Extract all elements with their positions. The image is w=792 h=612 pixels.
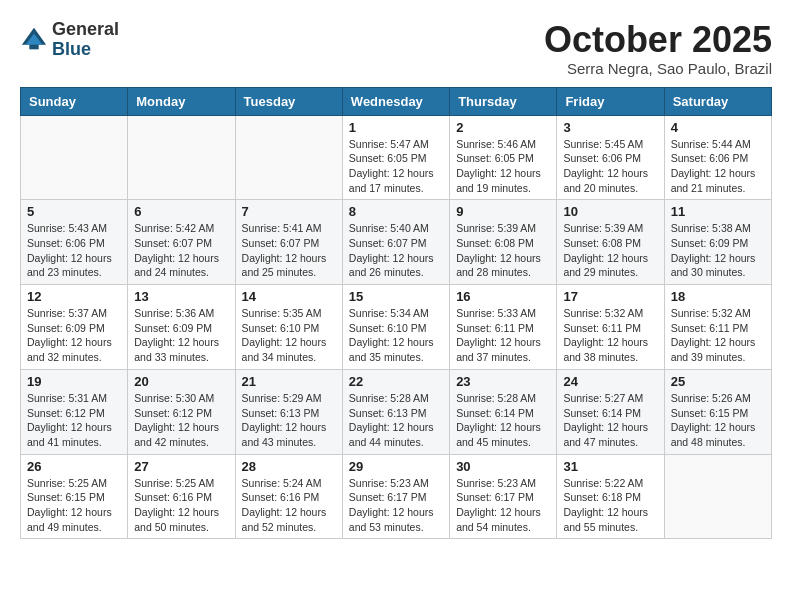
day-info: Sunrise: 5:40 AM Sunset: 6:07 PM Dayligh… [349,221,443,280]
day-number: 25 [671,374,765,389]
calendar-cell: 21Sunrise: 5:29 AM Sunset: 6:13 PM Dayli… [235,369,342,454]
day-number: 8 [349,204,443,219]
calendar-cell: 1Sunrise: 5:47 AM Sunset: 6:05 PM Daylig… [342,115,449,200]
day-info: Sunrise: 5:32 AM Sunset: 6:11 PM Dayligh… [671,306,765,365]
month-title: October 2025 [544,20,772,60]
day-number: 31 [563,459,657,474]
week-row-3: 12Sunrise: 5:37 AM Sunset: 6:09 PM Dayli… [21,285,772,370]
weekday-header-monday: Monday [128,87,235,115]
calendar-cell: 17Sunrise: 5:32 AM Sunset: 6:11 PM Dayli… [557,285,664,370]
calendar-table: SundayMondayTuesdayWednesdayThursdayFrid… [20,87,772,540]
calendar-cell: 11Sunrise: 5:38 AM Sunset: 6:09 PM Dayli… [664,200,771,285]
calendar-cell: 29Sunrise: 5:23 AM Sunset: 6:17 PM Dayli… [342,454,449,539]
calendar-cell: 12Sunrise: 5:37 AM Sunset: 6:09 PM Dayli… [21,285,128,370]
day-info: Sunrise: 5:46 AM Sunset: 6:05 PM Dayligh… [456,137,550,196]
calendar-cell: 20Sunrise: 5:30 AM Sunset: 6:12 PM Dayli… [128,369,235,454]
calendar-cell [235,115,342,200]
calendar-cell: 16Sunrise: 5:33 AM Sunset: 6:11 PM Dayli… [450,285,557,370]
logo-icon [20,26,48,54]
title-block: October 2025 Serra Negra, Sao Paulo, Bra… [544,20,772,77]
day-number: 9 [456,204,550,219]
day-number: 12 [27,289,121,304]
day-number: 13 [134,289,228,304]
day-info: Sunrise: 5:38 AM Sunset: 6:09 PM Dayligh… [671,221,765,280]
day-number: 23 [456,374,550,389]
calendar-cell: 15Sunrise: 5:34 AM Sunset: 6:10 PM Dayli… [342,285,449,370]
day-number: 10 [563,204,657,219]
day-info: Sunrise: 5:45 AM Sunset: 6:06 PM Dayligh… [563,137,657,196]
calendar-cell: 10Sunrise: 5:39 AM Sunset: 6:08 PM Dayli… [557,200,664,285]
day-number: 20 [134,374,228,389]
calendar-cell: 31Sunrise: 5:22 AM Sunset: 6:18 PM Dayli… [557,454,664,539]
day-info: Sunrise: 5:42 AM Sunset: 6:07 PM Dayligh… [134,221,228,280]
logo: General Blue [20,20,119,60]
day-info: Sunrise: 5:34 AM Sunset: 6:10 PM Dayligh… [349,306,443,365]
day-info: Sunrise: 5:33 AM Sunset: 6:11 PM Dayligh… [456,306,550,365]
calendar-cell: 9Sunrise: 5:39 AM Sunset: 6:08 PM Daylig… [450,200,557,285]
calendar-cell: 2Sunrise: 5:46 AM Sunset: 6:05 PM Daylig… [450,115,557,200]
day-number: 21 [242,374,336,389]
calendar-cell: 28Sunrise: 5:24 AM Sunset: 6:16 PM Dayli… [235,454,342,539]
day-info: Sunrise: 5:29 AM Sunset: 6:13 PM Dayligh… [242,391,336,450]
day-info: Sunrise: 5:28 AM Sunset: 6:13 PM Dayligh… [349,391,443,450]
svg-rect-2 [29,44,38,49]
day-info: Sunrise: 5:39 AM Sunset: 6:08 PM Dayligh… [456,221,550,280]
day-number: 27 [134,459,228,474]
weekday-header-friday: Friday [557,87,664,115]
logo-blue: Blue [52,39,91,59]
day-number: 22 [349,374,443,389]
calendar-cell [664,454,771,539]
weekday-header-tuesday: Tuesday [235,87,342,115]
day-number: 3 [563,120,657,135]
day-number: 18 [671,289,765,304]
day-info: Sunrise: 5:24 AM Sunset: 6:16 PM Dayligh… [242,476,336,535]
day-number: 7 [242,204,336,219]
day-info: Sunrise: 5:43 AM Sunset: 6:06 PM Dayligh… [27,221,121,280]
day-info: Sunrise: 5:22 AM Sunset: 6:18 PM Dayligh… [563,476,657,535]
day-info: Sunrise: 5:44 AM Sunset: 6:06 PM Dayligh… [671,137,765,196]
weekday-header-sunday: Sunday [21,87,128,115]
day-number: 24 [563,374,657,389]
day-info: Sunrise: 5:47 AM Sunset: 6:05 PM Dayligh… [349,137,443,196]
calendar-cell: 24Sunrise: 5:27 AM Sunset: 6:14 PM Dayli… [557,369,664,454]
day-info: Sunrise: 5:32 AM Sunset: 6:11 PM Dayligh… [563,306,657,365]
calendar-cell: 22Sunrise: 5:28 AM Sunset: 6:13 PM Dayli… [342,369,449,454]
calendar-cell: 25Sunrise: 5:26 AM Sunset: 6:15 PM Dayli… [664,369,771,454]
weekday-header-row: SundayMondayTuesdayWednesdayThursdayFrid… [21,87,772,115]
day-number: 26 [27,459,121,474]
logo-text: General Blue [52,20,119,60]
weekday-header-wednesday: Wednesday [342,87,449,115]
day-info: Sunrise: 5:30 AM Sunset: 6:12 PM Dayligh… [134,391,228,450]
day-info: Sunrise: 5:25 AM Sunset: 6:16 PM Dayligh… [134,476,228,535]
page-header: General Blue October 2025 Serra Negra, S… [20,20,772,77]
calendar-cell: 30Sunrise: 5:23 AM Sunset: 6:17 PM Dayli… [450,454,557,539]
day-number: 19 [27,374,121,389]
day-info: Sunrise: 5:23 AM Sunset: 6:17 PM Dayligh… [349,476,443,535]
day-number: 16 [456,289,550,304]
calendar-cell: 14Sunrise: 5:35 AM Sunset: 6:10 PM Dayli… [235,285,342,370]
day-info: Sunrise: 5:39 AM Sunset: 6:08 PM Dayligh… [563,221,657,280]
calendar-cell: 6Sunrise: 5:42 AM Sunset: 6:07 PM Daylig… [128,200,235,285]
day-number: 30 [456,459,550,474]
day-number: 1 [349,120,443,135]
week-row-5: 26Sunrise: 5:25 AM Sunset: 6:15 PM Dayli… [21,454,772,539]
day-number: 6 [134,204,228,219]
calendar-cell: 13Sunrise: 5:36 AM Sunset: 6:09 PM Dayli… [128,285,235,370]
calendar-cell: 8Sunrise: 5:40 AM Sunset: 6:07 PM Daylig… [342,200,449,285]
day-info: Sunrise: 5:23 AM Sunset: 6:17 PM Dayligh… [456,476,550,535]
day-number: 29 [349,459,443,474]
weekday-header-saturday: Saturday [664,87,771,115]
logo-general: General [52,19,119,39]
day-number: 4 [671,120,765,135]
day-info: Sunrise: 5:41 AM Sunset: 6:07 PM Dayligh… [242,221,336,280]
location-subtitle: Serra Negra, Sao Paulo, Brazil [544,60,772,77]
week-row-2: 5Sunrise: 5:43 AM Sunset: 6:06 PM Daylig… [21,200,772,285]
calendar-cell: 26Sunrise: 5:25 AM Sunset: 6:15 PM Dayli… [21,454,128,539]
day-info: Sunrise: 5:27 AM Sunset: 6:14 PM Dayligh… [563,391,657,450]
day-info: Sunrise: 5:28 AM Sunset: 6:14 PM Dayligh… [456,391,550,450]
day-number: 17 [563,289,657,304]
calendar-cell: 7Sunrise: 5:41 AM Sunset: 6:07 PM Daylig… [235,200,342,285]
weekday-header-thursday: Thursday [450,87,557,115]
day-info: Sunrise: 5:31 AM Sunset: 6:12 PM Dayligh… [27,391,121,450]
calendar-cell: 19Sunrise: 5:31 AM Sunset: 6:12 PM Dayli… [21,369,128,454]
